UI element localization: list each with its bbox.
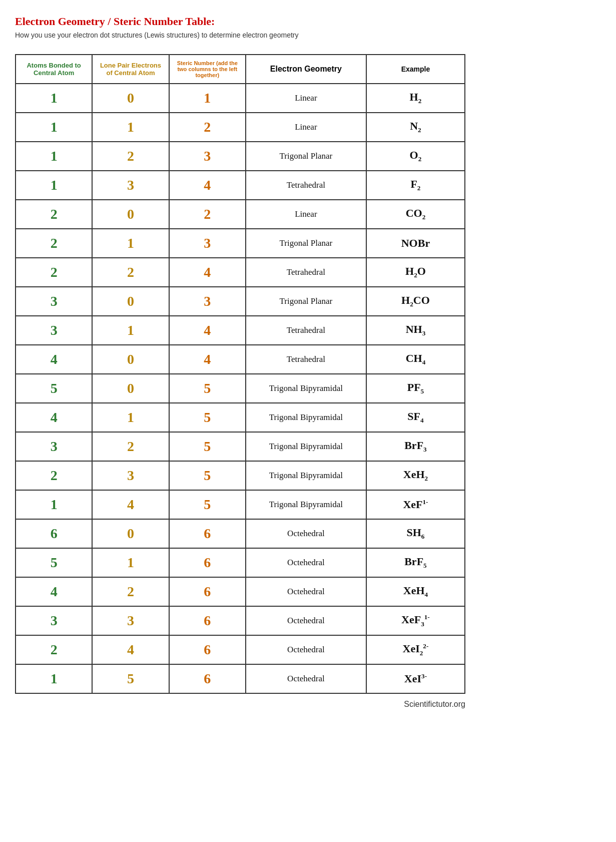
cell-atoms: 3: [16, 606, 92, 635]
cell-atoms: 2: [16, 200, 92, 229]
cell-atoms: 3: [16, 287, 92, 316]
cell-lone: 3: [92, 606, 169, 635]
cell-example: F2: [366, 171, 465, 200]
table-row: 202LinearCO2: [16, 200, 465, 229]
cell-atoms: 5: [16, 374, 92, 403]
cell-example: XeH4: [366, 577, 465, 606]
cell-lone: 2: [92, 577, 169, 606]
cell-geometry: Octehedral: [246, 548, 366, 577]
table-row: 145Trigonal BipyramidalXeF1-: [16, 490, 465, 519]
cell-example: XeI3-: [366, 664, 465, 693]
table-row: 213Trigonal PlanarNOBr: [16, 229, 465, 258]
header-example: Example: [366, 55, 465, 84]
cell-example: CO2: [366, 200, 465, 229]
cell-example: NOBr: [366, 229, 465, 258]
cell-geometry: Octehedral: [246, 606, 366, 635]
cell-steric: 4: [169, 171, 246, 200]
cell-example: NH3: [366, 316, 465, 345]
table-row: 224TetrahedralH2O: [16, 258, 465, 287]
cell-atoms: 1: [16, 171, 92, 200]
cell-lone: 5: [92, 664, 169, 693]
cell-lone: 1: [92, 229, 169, 258]
cell-lone: 4: [92, 635, 169, 664]
subtitle: How you use your electron dot structures…: [15, 31, 465, 39]
cell-geometry: Trigonal Bipyramidal: [246, 403, 366, 432]
table-row: 134TetrahedralF2: [16, 171, 465, 200]
header-steric: Steric Number (add the two columns to th…: [169, 55, 246, 84]
cell-steric: 6: [169, 606, 246, 635]
cell-steric: 5: [169, 403, 246, 432]
cell-steric: 6: [169, 664, 246, 693]
table-row: 123Trigonal PlanarO2: [16, 142, 465, 171]
table-row: 505Trigonal BipyramidalPF5: [16, 374, 465, 403]
cell-geometry: Tetrahedral: [246, 258, 366, 287]
cell-atoms: 3: [16, 316, 92, 345]
cell-geometry: Tetrahedral: [246, 171, 366, 200]
cell-example: XeH2: [366, 461, 465, 490]
cell-atoms: 4: [16, 403, 92, 432]
table-row: 516OctehedralBrF5: [16, 548, 465, 577]
cell-lone: 3: [92, 171, 169, 200]
table-row: 325Trigonal BipyramidalBrF3: [16, 432, 465, 461]
cell-example: SF4: [366, 403, 465, 432]
header-geo: Electron Geometry: [246, 55, 366, 84]
cell-atoms: 4: [16, 345, 92, 374]
table-row: 404TetrahedralCH4: [16, 345, 465, 374]
cell-steric: 1: [169, 84, 246, 113]
cell-example: N2: [366, 113, 465, 142]
cell-geometry: Trigonal Bipyramidal: [246, 432, 366, 461]
table-row: 606OctehedralSH6: [16, 519, 465, 548]
cell-steric: 6: [169, 519, 246, 548]
cell-example: PF5: [366, 374, 465, 403]
cell-steric: 2: [169, 200, 246, 229]
cell-steric: 4: [169, 345, 246, 374]
cell-geometry: Tetrahedral: [246, 345, 366, 374]
cell-atoms: 3: [16, 432, 92, 461]
cell-example: SH6: [366, 519, 465, 548]
table-row: 101LinearH2: [16, 84, 465, 113]
cell-steric: 6: [169, 577, 246, 606]
cell-geometry: Octehedral: [246, 664, 366, 693]
cell-atoms: 2: [16, 461, 92, 490]
cell-lone: 0: [92, 287, 169, 316]
cell-steric: 3: [169, 229, 246, 258]
table-row: 336OctehedralXeF31-: [16, 606, 465, 635]
cell-atoms: 1: [16, 490, 92, 519]
cell-geometry: Tetrahedral: [246, 316, 366, 345]
cell-lone: 3: [92, 461, 169, 490]
cell-atoms: 6: [16, 519, 92, 548]
cell-geometry: Trigonal Planar: [246, 287, 366, 316]
cell-geometry: Trigonal Planar: [246, 142, 366, 171]
cell-lone: 0: [92, 374, 169, 403]
cell-example: XeF31-: [366, 606, 465, 635]
cell-lone: 2: [92, 258, 169, 287]
cell-geometry: Octehedral: [246, 635, 366, 664]
cell-steric: 4: [169, 258, 246, 287]
header-atoms: Atoms Bonded to Central Atom: [16, 55, 92, 84]
cell-atoms: 1: [16, 664, 92, 693]
cell-example: BrF3: [366, 432, 465, 461]
cell-atoms: 2: [16, 258, 92, 287]
table-row: 314TetrahedralNH3: [16, 316, 465, 345]
cell-atoms: 2: [16, 635, 92, 664]
cell-lone: 0: [92, 345, 169, 374]
header-lone: Lone Pair Electrons of Central Atom: [92, 55, 169, 84]
cell-lone: 2: [92, 432, 169, 461]
cell-geometry: Linear: [246, 113, 366, 142]
cell-example: XeI22-: [366, 635, 465, 664]
cell-lone: 1: [92, 113, 169, 142]
cell-geometry: Trigonal Bipyramidal: [246, 374, 366, 403]
cell-atoms: 2: [16, 229, 92, 258]
cell-atoms: 1: [16, 142, 92, 171]
cell-example: O2: [366, 142, 465, 171]
cell-geometry: Trigonal Bipyramidal: [246, 461, 366, 490]
cell-geometry: Trigonal Planar: [246, 229, 366, 258]
cell-lone: 0: [92, 84, 169, 113]
cell-steric: 5: [169, 490, 246, 519]
cell-lone: 1: [92, 316, 169, 345]
cell-example: H2O: [366, 258, 465, 287]
cell-atoms: 5: [16, 548, 92, 577]
cell-geometry: Octehedral: [246, 519, 366, 548]
table-row: 246OctehedralXeI22-: [16, 635, 465, 664]
cell-steric: 5: [169, 374, 246, 403]
